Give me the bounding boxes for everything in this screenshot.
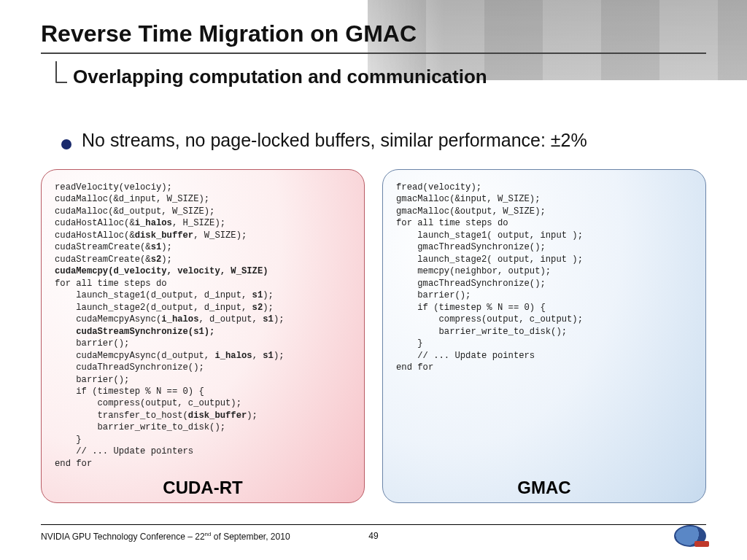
footer-conference: NVIDIA GPU Technology Conference – 22nd … <box>41 531 674 542</box>
footer-conf-suffix: of September, 2010 <box>211 532 290 542</box>
panel-label-right: GMAC <box>383 478 705 498</box>
bullet-icon <box>61 139 71 149</box>
slide-footer: NVIDIA GPU Technology Conference – 22nd … <box>41 525 706 547</box>
panel-gmac: fread(velocity);gmacMalloc(&input, W_SIZ… <box>382 169 706 503</box>
panel-label-left: CUDA-RT <box>42 478 364 498</box>
bullet-text: No streams, no page-locked buffers, simi… <box>82 130 587 151</box>
footer-page-number: 49 <box>368 531 378 541</box>
bullet-row: No streams, no page-locked buffers, simi… <box>61 130 718 151</box>
slide-subtitle: Overlapping computation and communicatio… <box>73 66 487 88</box>
code-block-left: readVelocity(velociy);cudaMalloc(&d_inpu… <box>55 182 351 470</box>
title-underline <box>41 52 706 54</box>
code-block-right: fread(velocity);gmacMalloc(&input, W_SIZ… <box>396 182 692 374</box>
panel-cuda-rt: readVelocity(velociy);cudaMalloc(&d_inpu… <box>41 169 365 503</box>
bsc-logo-icon <box>674 525 706 547</box>
code-panels: readVelocity(velociy);cudaMalloc(&d_inpu… <box>41 169 706 503</box>
footer-conf-prefix: NVIDIA GPU Technology Conference – 22 <box>41 532 205 542</box>
slide-title: Reverse Time Migration on GMAC <box>41 20 417 47</box>
subtitle-connector <box>55 61 67 83</box>
